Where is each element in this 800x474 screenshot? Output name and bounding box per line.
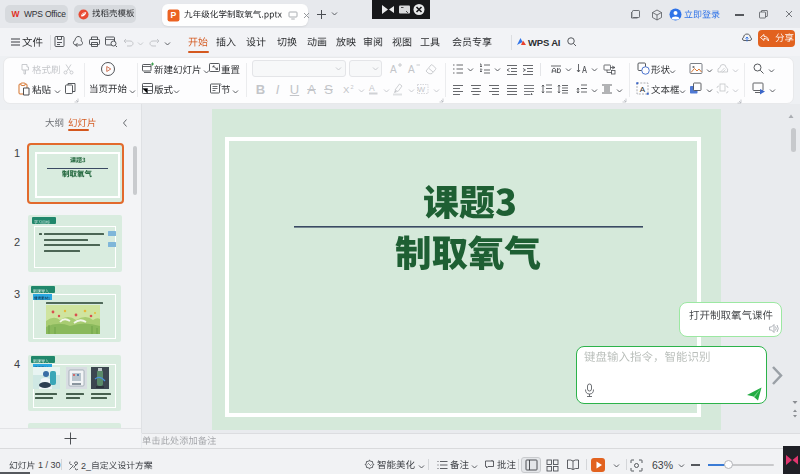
svg-text:W: W [418,85,426,94]
svg-text:A: A [369,83,375,93]
svg-text:X: X [343,84,350,95]
svg-text:A: A [408,64,415,75]
svg-text:A: A [390,64,397,75]
svg-text:2: 2 [351,84,354,90]
svg-text:P: P [171,10,177,20]
svg-text:A: A [640,85,646,94]
svg-text:W: W [12,9,20,19]
